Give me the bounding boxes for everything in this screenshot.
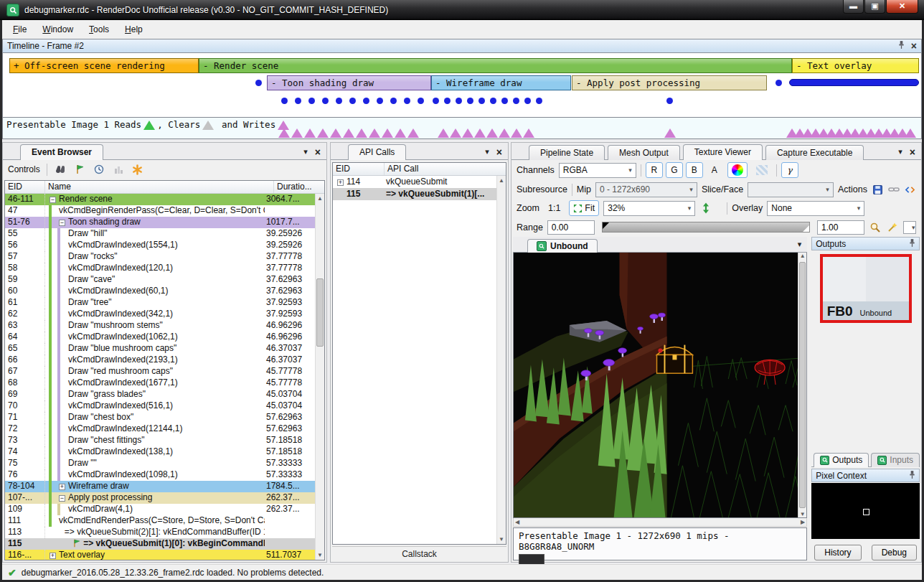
- event-row[interactable]: 47vkCmdBeginRenderPass(C=Clear, D=Clear,…: [5, 205, 315, 217]
- event-row[interactable]: 113=> vkQueueSubmit(2)[1]: vkEndCommandB…: [5, 527, 315, 538]
- event-row[interactable]: 59Draw "cave"37.62963: [5, 274, 315, 286]
- event-dot-cluster[interactable]: [789, 79, 919, 86]
- scroll-down-icon[interactable]: ▼: [497, 535, 506, 544]
- zoom-fit-button[interactable]: Fit: [569, 200, 599, 216]
- timeline-bar[interactable]: - Render scene: [199, 58, 792, 73]
- scroll-up-icon[interactable]: ▲: [798, 253, 806, 259]
- tab-texture-viewer[interactable]: Texture Viewer: [683, 144, 763, 160]
- api-calls-scrollbar[interactable]: ▲ ▼: [496, 176, 506, 544]
- pin-icon[interactable]: [909, 238, 915, 250]
- event-row[interactable]: 70vkCmdDrawIndexed(516,1)45.03704: [5, 400, 315, 412]
- event-row[interactable]: 109vkCmdDraw(4,1)262.37...: [5, 504, 315, 515]
- checker-backdrop-button[interactable]: [752, 162, 772, 178]
- range-max-input[interactable]: [817, 220, 864, 235]
- menu-tools[interactable]: Tools: [81, 22, 117, 37]
- timeline-bar[interactable]: - Toon shading draw: [267, 75, 431, 90]
- api-call-row[interactable]: +114vkQueueSubmit: [333, 176, 496, 188]
- column-eid[interactable]: EID: [5, 181, 45, 193]
- expander-icon[interactable]: +: [59, 484, 65, 490]
- channels-select[interactable]: RGBA▾: [559, 163, 636, 178]
- menu-window[interactable]: Window: [34, 22, 81, 37]
- column-duration[interactable]: Duratio...: [274, 181, 324, 193]
- event-row[interactable]: 46-111−Render scene3064.7...: [5, 194, 315, 205]
- callstack-collapsed-panel[interactable]: Callstack: [332, 546, 506, 560]
- event-row[interactable]: 71Draw "chest box"57.62963: [5, 412, 315, 423]
- event-row[interactable]: 51-76−Toon shading draw1017.7...: [5, 217, 315, 228]
- event-row[interactable]: 73Draw "chest fittings"57.18518: [5, 435, 315, 446]
- event-row[interactable]: 60vkCmdDrawIndexed(60,1)37.62963: [5, 286, 315, 297]
- zoom-1to1-button[interactable]: 1:1: [544, 200, 565, 216]
- gamma-button[interactable]: γ: [781, 162, 798, 178]
- event-dot[interactable]: [390, 98, 397, 104]
- statistics-icon[interactable]: [112, 164, 125, 175]
- event-dot[interactable]: [666, 98, 673, 104]
- event-row[interactable]: 115=> vkQueueSubmit(1)[0]: vkBeginComman…: [5, 538, 315, 550]
- chevron-down-icon[interactable]: ▾: [898, 147, 902, 156]
- timeline-bar[interactable]: - Apply post processing: [572, 75, 767, 90]
- timeline-body[interactable]: + Off-screen scene rendering- Render sce…: [2, 53, 922, 118]
- menu-file[interactable]: File: [5, 22, 34, 37]
- black-point-marker[interactable]: [603, 222, 609, 229]
- pin-icon[interactable]: [898, 40, 905, 52]
- event-dot[interactable]: [444, 98, 451, 104]
- range-slider[interactable]: [602, 222, 810, 233]
- channel-a-button[interactable]: A: [706, 162, 723, 178]
- scroll-up-icon[interactable]: ▲: [497, 176, 506, 185]
- event-row[interactable]: 68vkCmdDrawIndexed(1677,1)45.77778: [5, 377, 315, 389]
- overlay-select[interactable]: None▾: [767, 201, 864, 216]
- expander-icon[interactable]: −: [59, 220, 65, 226]
- tab-capture-executable[interactable]: Capture Executable: [765, 145, 864, 160]
- texture-preview-viewport[interactable]: ▲ ▼: [513, 253, 807, 518]
- column-eid[interactable]: EID: [333, 163, 385, 175]
- event-dot[interactable]: [418, 98, 424, 104]
- jump-to-event-flag-icon[interactable]: [73, 164, 86, 175]
- event-dot[interactable]: [255, 80, 262, 86]
- event-dot[interactable]: [776, 80, 782, 86]
- event-row[interactable]: 65Draw "blue mushroom caps"46.37037: [5, 343, 315, 355]
- tab-inputs[interactable]: Inputs: [871, 453, 920, 467]
- event-row[interactable]: 64vkCmdDrawIndexed(1062,1)46.96296: [5, 332, 315, 343]
- event-row[interactable]: 58vkCmdDrawIndexed(120,1)37.77778: [5, 263, 315, 274]
- event-dot[interactable]: [377, 98, 383, 104]
- bookmark-asterisk-icon[interactable]: [131, 164, 144, 175]
- close-icon[interactable]: ×: [496, 149, 502, 156]
- pin-icon[interactable]: [909, 470, 915, 482]
- event-row[interactable]: 63Draw "mushroom stems"46.96296: [5, 320, 315, 332]
- event-row[interactable]: 72vkCmdDrawIndexed(12144,1)57.62963: [5, 423, 315, 435]
- event-dot[interactable]: [349, 98, 356, 104]
- timer-icon[interactable]: [93, 164, 105, 175]
- viewport-hscrollbar[interactable]: ◀▶: [513, 518, 807, 527]
- scroll-down-icon[interactable]: ▼: [798, 511, 806, 517]
- scrollbar-thumb[interactable]: [799, 262, 806, 508]
- mip-select[interactable]: 0 - 1272x690▾: [595, 182, 697, 197]
- event-dot[interactable]: [308, 98, 315, 104]
- viewport-vscrollbar[interactable]: ▲ ▼: [798, 253, 806, 517]
- event-dot[interactable]: [322, 98, 329, 104]
- event-row[interactable]: 67Draw "red mushroom caps"45.77778: [5, 366, 315, 377]
- timeline-bar[interactable]: - Text overlay: [792, 58, 919, 73]
- channel-g-button[interactable]: G: [666, 162, 683, 178]
- column-name[interactable]: Name: [45, 181, 274, 193]
- zoom-level-select[interactable]: 32%▾: [603, 201, 695, 216]
- open-code-icon[interactable]: [904, 184, 916, 195]
- slice-face-select[interactable]: ▾: [748, 182, 834, 197]
- tab-mesh-output[interactable]: Mesh Output: [608, 145, 680, 160]
- scrollbar-thumb[interactable]: [316, 278, 324, 347]
- channel-r-button[interactable]: R: [646, 162, 663, 178]
- find-event-icon[interactable]: [54, 164, 67, 175]
- tab-outputs[interactable]: Outputs: [814, 453, 869, 467]
- pixel-context-view[interactable]: [811, 483, 920, 539]
- chevron-down-icon[interactable]: ▾: [303, 147, 308, 156]
- white-point-marker[interactable]: [803, 225, 809, 232]
- event-row[interactable]: 111vkCmdEndRenderPass(C=Store, D=Store, …: [5, 515, 315, 527]
- event-row[interactable]: 66vkCmdDrawIndexed(2193,1)46.37037: [5, 355, 315, 366]
- event-browser-scrollbar[interactable]: ▲ ▼: [315, 194, 324, 560]
- link-icon[interactable]: [888, 184, 900, 195]
- event-dot[interactable]: [490, 98, 496, 104]
- event-dot[interactable]: [295, 98, 301, 104]
- event-row[interactable]: 61Draw "tree"37.92593: [5, 297, 315, 309]
- scroll-left-icon[interactable]: ◀: [515, 519, 519, 525]
- expander-icon[interactable]: +: [337, 179, 344, 186]
- expander-icon[interactable]: +: [50, 553, 56, 559]
- close-icon[interactable]: ×: [911, 42, 917, 50]
